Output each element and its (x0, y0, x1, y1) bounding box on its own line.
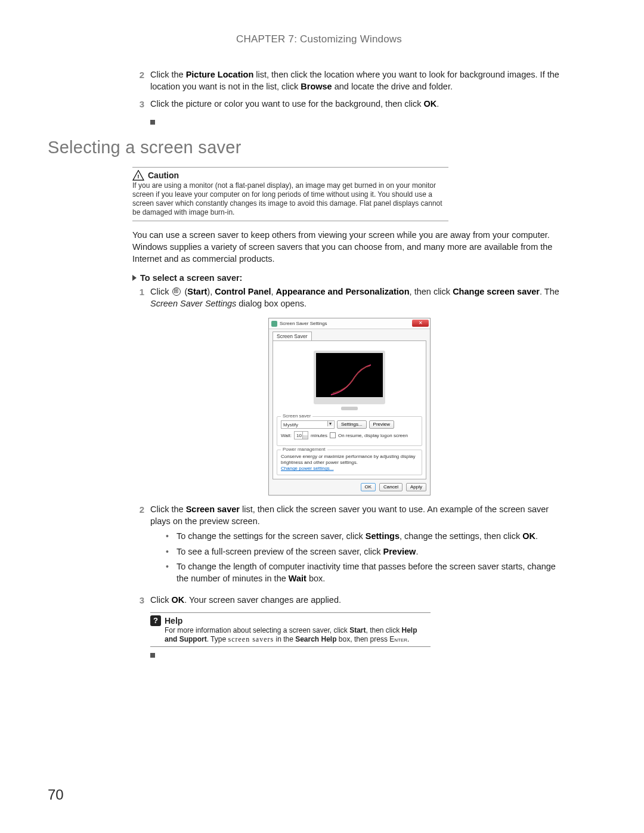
text: Click (150, 595, 171, 605)
text: . (407, 635, 409, 643)
text: ), (207, 287, 215, 296)
bold: OK (171, 595, 184, 605)
text: To change the settings for the screen sa… (177, 531, 366, 541)
prev-step-2: 2 Click the Picture Location list, then … (132, 69, 566, 92)
dialog-titlebar: Screen Saver Settings ✕ (269, 318, 430, 329)
settings-button[interactable]: Settings... (337, 420, 367, 429)
help-label: Help (165, 616, 182, 625)
caution-callout: ! Caution If you are using a monitor (no… (132, 167, 448, 221)
bold: Preview (383, 547, 416, 556)
bold: OK (522, 531, 535, 541)
power-management-text: Conserve energy or maximize performance … (281, 454, 418, 466)
svg-text:!: ! (137, 173, 139, 179)
bold: Change screen saver (453, 287, 540, 296)
screen-saver-settings-dialog: Screen Saver Settings ✕ Screen Saver Scr… (268, 318, 431, 496)
italic: Screen Saver Settings (150, 299, 236, 308)
step-number: 1 (132, 286, 150, 309)
help-icon: ? (150, 615, 161, 626)
bold: Settings (366, 531, 400, 541)
dialog-title: Screen Saver Settings (280, 321, 327, 326)
bold: OK (424, 99, 437, 109)
bold: Browse (301, 82, 332, 91)
proc-step-1: 1 Click (Start), Control Panel, Appearan… (132, 286, 566, 309)
caution-text: If you are using a monitor (not a flat-p… (132, 181, 448, 217)
text: and locate the drive and folder. (332, 82, 453, 91)
cancel-button[interactable]: Cancel (379, 483, 402, 491)
end-of-procedure-icon (150, 120, 155, 125)
text: . The (540, 287, 559, 296)
step-body: Click the Picture Location list, then cl… (150, 69, 566, 92)
end-of-procedure-icon (150, 653, 155, 658)
bold: Appearance and Personalization (276, 287, 410, 296)
tab-screen-saver[interactable]: Screen Saver (273, 332, 312, 340)
resume-label: On resume, display logon screen (338, 433, 408, 438)
step-number: 3 (132, 594, 150, 606)
wait-label: Wait: (281, 433, 292, 438)
mystify-curve-icon (328, 362, 376, 398)
content-column: 2 Click the Picture Location list, then … (132, 69, 566, 127)
fieldset-legend: Power management (281, 447, 327, 452)
list-item: To change the settings for the screen sa… (166, 531, 566, 543)
bold: Start (349, 626, 366, 634)
page-number: 70 (48, 786, 64, 803)
text: . (436, 99, 439, 109)
procedure-header: To select a screen saver: (132, 273, 566, 283)
preview-button[interactable]: Preview (369, 420, 394, 429)
text: in the (274, 635, 295, 643)
dialog-screenshot: Screen Saver Settings ✕ Screen Saver Scr… (132, 318, 566, 496)
bold: Wait (289, 574, 306, 583)
chapter-header: CHAPTER 7: Customizing Windows (48, 33, 590, 45)
close-icon[interactable]: ✕ (412, 320, 429, 327)
text: To change the length of computer inactiv… (177, 562, 556, 583)
caution-label: Caution (148, 171, 179, 180)
search-keyword: screen savers (228, 635, 274, 643)
fieldset-legend: Screen saver (281, 413, 312, 419)
text: Click the picture or color you want to u… (150, 99, 424, 109)
windows-start-icon (172, 287, 181, 296)
step-body: Click (Start), Control Panel, Appearance… (150, 286, 566, 309)
keycap: Enter (389, 635, 407, 643)
apply-button[interactable]: Apply (406, 483, 426, 491)
text: ( (182, 287, 187, 296)
list-item: To see a full-screen preview of the scre… (166, 546, 566, 558)
proc-step-3: 3 Click OK. Your screen saver changes ar… (132, 594, 566, 606)
text: , change the settings, then click (400, 531, 522, 541)
help-text: For more information about selecting a s… (165, 626, 431, 644)
bold: Screen saver (186, 504, 240, 514)
text: box, then press (337, 635, 390, 643)
power-management-fieldset: Power management Conserve energy or maxi… (277, 450, 422, 475)
wait-spinner[interactable]: 10 (294, 431, 308, 439)
text: dialog box opens. (236, 299, 306, 308)
ok-button[interactable]: OK (361, 483, 376, 491)
list-item: To change the length of computer inactiv… (166, 561, 566, 584)
text: . (416, 547, 418, 556)
text: Click the (150, 504, 186, 514)
content-column: ! Caution If you are using a monitor (no… (132, 167, 566, 659)
screensaver-preview (314, 351, 385, 404)
text: To see a full-screen preview of the scre… (177, 547, 383, 556)
bold: Picture Location (186, 70, 254, 79)
text: . Your screen saver changes are applied. (184, 595, 341, 605)
change-power-settings-link[interactable]: Change power settings... (281, 466, 418, 471)
prev-step-3: 3 Click the picture or color you want to… (132, 98, 566, 110)
step-body: Click the picture or color you want to u… (150, 98, 566, 110)
text: . Type (207, 635, 228, 643)
text: , (271, 287, 276, 296)
step-body: Click OK. Your screen saver changes are … (150, 594, 566, 606)
proc-step-2: 2 Click the Screen saver list, then clic… (132, 504, 566, 588)
screen-saver-fieldset: Screen saver Mystify Settings... Preview… (277, 416, 422, 446)
screensaver-dropdown[interactable]: Mystify (281, 420, 335, 429)
text: box. (306, 574, 325, 583)
help-callout: ? Help For more information about select… (150, 612, 431, 647)
bold: Search Help (295, 635, 336, 643)
monitor-stand-icon (341, 407, 358, 410)
section-heading: Selecting a screen saver (48, 138, 590, 157)
resume-checkbox[interactable] (330, 432, 336, 438)
intro-paragraph: You can use a screen saver to keep other… (132, 230, 566, 265)
text: . (535, 531, 538, 541)
text: Click (150, 287, 171, 296)
bold: Control Panel (215, 287, 271, 296)
dialog-panel: Screen saver Mystify Settings... Preview… (273, 340, 426, 479)
warning-icon: ! (132, 170, 144, 181)
minutes-label: minutes (311, 433, 327, 438)
